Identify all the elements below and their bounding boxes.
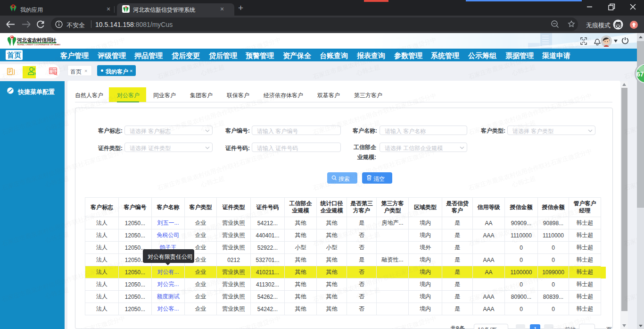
svg-text:67: 67 [636, 70, 644, 78]
